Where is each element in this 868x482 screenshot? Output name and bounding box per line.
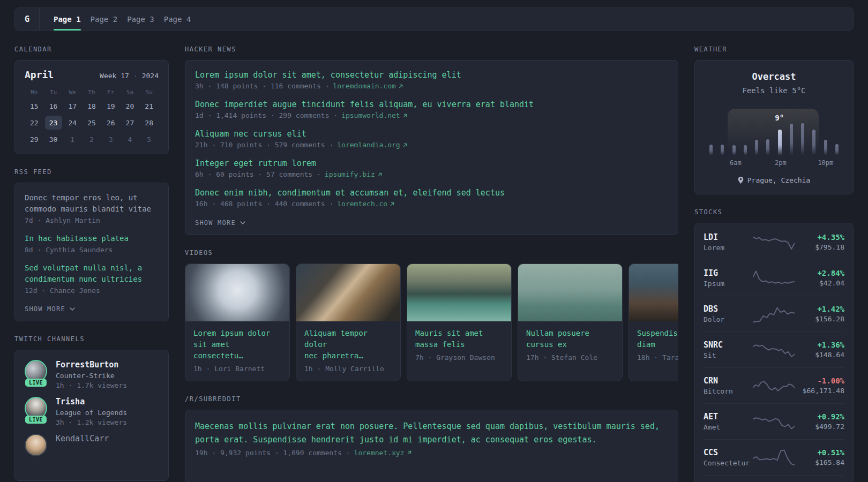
hackernews-item-meta: 1d · 1,414 points · 299 comments · ipsum… — [195, 111, 668, 119]
twitch-channel-row[interactable]: LIVE ForrestBurton Counter-Strike 1h · 1… — [25, 360, 159, 389]
external-link-icon — [399, 84, 403, 88]
tab-page-4[interactable]: Page 4 — [164, 8, 191, 30]
calendar-day: 18 — [83, 99, 100, 113]
stock-price: $42.04 — [795, 279, 844, 287]
right-column: WEATHER Overcast Feels like 5°C 9° 6am2p… — [694, 46, 854, 482]
source-link[interactable]: loremnet.xyz — [354, 449, 411, 457]
hackernews-item-title[interactable]: Donec enim nibh, condimentum et accumsan… — [195, 188, 505, 198]
external-link-icon — [378, 172, 382, 177]
subreddit-post-title[interactable]: Maecenas mollis pulvinar erat non posuer… — [195, 421, 660, 445]
dashboard: G Page 1Page 2Page 3Page 4 CALENDAR Apri… — [0, 0, 868, 482]
source-link[interactable]: ipsumworld.net — [341, 111, 407, 119]
location-pin-icon — [738, 177, 744, 184]
calendar-day: 22 — [26, 116, 43, 130]
meta-text: 3h · 148 points · 116 comments · — [195, 82, 329, 90]
source-link[interactable]: loremtech.co — [337, 200, 394, 208]
hackernews-label: HACKER NEWS — [185, 46, 678, 53]
video-card[interactable]: Lorem ipsum dolor sit amet consectetu… 1… — [185, 263, 290, 381]
tab-page-3[interactable]: Page 3 — [127, 8, 154, 30]
video-title[interactable]: Aliquam tempor dolor nec pharetra… — [304, 329, 368, 360]
video-card-body: Suspendisse diam 18h · Tara — [629, 321, 678, 370]
rss-item-title[interactable]: In hac habitasse platea — [25, 234, 129, 243]
weather-bar-current — [778, 130, 782, 155]
video-card[interactable]: Nullam posuere cursus ex 17h · Stefan Co… — [518, 263, 623, 381]
video-card[interactable]: Suspendisse diam 18h · Tara — [628, 263, 678, 381]
calendar-day: 25 — [83, 116, 100, 130]
sparkline-chart — [753, 447, 795, 468]
hackernews-item: Donec enim nibh, condimentum et accumsan… — [195, 187, 668, 208]
stock-price: $795.18 — [795, 243, 844, 251]
source-link[interactable]: ipsumify.biz — [325, 170, 382, 178]
calendar-card: April Week 17 · 2024 MoTuWeThFrSaSu 1516… — [14, 60, 169, 154]
avatar — [25, 434, 47, 456]
stock-sparkline — [753, 303, 795, 325]
hackernews-item-title[interactable]: Donec imperdiet augue tincidunt felis al… — [195, 100, 534, 109]
source-domain: loremnet.xyz — [354, 449, 405, 457]
stock-name: Dolor — [704, 315, 753, 323]
rss-item-title[interactable]: Donec tempor eros leo, ut commodo mauris… — [25, 193, 151, 213]
stock-row[interactable]: DBS Dolor +1.42% $156.28 — [704, 296, 844, 332]
twitch-channel-row[interactable]: KendallCarr — [25, 434, 159, 461]
stock-name: Sit — [704, 351, 753, 359]
video-thumbnail — [407, 264, 511, 321]
stock-identity: LDI Lorem — [704, 232, 753, 252]
video-card[interactable]: Mauris sit amet massa felis 7h · Grayson… — [407, 263, 512, 381]
stock-row[interactable]: SNRC Sit +1.36% $148.64 — [704, 332, 844, 367]
video-card-body: Mauris sit amet massa felis 7h · Grayson… — [407, 321, 511, 370]
subreddit-card: Maecenas mollis pulvinar erat non posuer… — [185, 410, 678, 482]
video-title[interactable]: Mauris sit amet massa felis — [415, 329, 483, 349]
hackernews-show-more-button[interactable]: SHOW MORE — [195, 219, 245, 227]
stock-ticker: SNRC — [704, 340, 753, 350]
calendar-day-grid: 1516171819202122232425262728293012345 — [25, 99, 159, 146]
stock-row[interactable]: AHS +0.46% — [704, 475, 844, 482]
stock-identity: CCS Consectetur — [704, 448, 753, 467]
hackernews-item-meta: 3h · 148 points · 116 comments · loremdo… — [195, 82, 668, 90]
hackernews-item-title[interactable]: Integer eget rutrum lorem — [195, 159, 316, 168]
weather-bar — [755, 140, 758, 155]
stock-ticker: LDI — [704, 232, 753, 242]
rss-item-title[interactable]: Sed volutpat nulla nisl, a condimentum n… — [25, 263, 142, 283]
stock-sparkline — [753, 231, 795, 253]
source-link[interactable]: loremdomain.com — [333, 82, 402, 90]
rss-show-more-button[interactable]: SHOW MORE — [25, 305, 75, 313]
stock-row[interactable]: AET Amet +0.92% $499.72 — [704, 403, 844, 439]
video-title[interactable]: Suspendisse diam — [637, 329, 678, 349]
hackernews-widget: HACKER NEWS Lorem ipsum dolor sit amet, … — [185, 46, 678, 235]
subreddit-post-list: Maecenas mollis pulvinar erat non posuer… — [195, 420, 668, 457]
video-card-body: Aliquam tempor dolor nec pharetra… 1h · … — [296, 321, 400, 381]
stocks-card: LDI Lorem +4.35% $795.18 IIG Ipsum +2.84… — [694, 223, 854, 482]
hackernews-item-title[interactable]: Lorem ipsum dolor sit amet, consectetur … — [195, 70, 461, 80]
video-title[interactable]: Lorem ipsum dolor sit amet consectetu… — [193, 329, 270, 360]
rss-list: Donec tempor eros leo, ut commodo mauris… — [25, 192, 159, 295]
video-title[interactable]: Nullam posuere cursus ex — [526, 329, 589, 349]
twitch-channel-row[interactable]: LIVE Trisha League of Legends 3h · 1.2k … — [25, 397, 159, 426]
page-tabs: Page 1Page 2Page 3Page 4 — [40, 8, 191, 30]
video-thumbnail — [629, 264, 678, 321]
stock-row[interactable]: CCS Consectetur +0.51% $165.84 — [704, 439, 844, 475]
sparkline-chart — [753, 339, 795, 360]
calendar-day: 16 — [45, 99, 62, 113]
weather-label: WEATHER — [694, 46, 854, 53]
source-link[interactable]: loremlandia.org — [337, 141, 407, 149]
source-domain: loremdomain.com — [333, 82, 395, 90]
weather-location: Prague, Czechia — [704, 176, 844, 184]
hour-tick-label: 6am — [730, 159, 742, 167]
weekday-label: Su — [146, 89, 153, 96]
stock-name: Bitcorn — [704, 387, 753, 395]
calendar-day-selected: 23 — [45, 116, 62, 130]
meta-text: 1d · 1,414 points · 299 comments · — [195, 111, 338, 119]
twitch-channel-info: ForrestBurton Counter-Strike 1h · 1.7k v… — [56, 360, 127, 389]
tab-page-1[interactable]: Page 1 — [54, 8, 81, 30]
stock-values: +0.92% $499.72 — [795, 412, 844, 431]
tab-page-2[interactable]: Page 2 — [91, 8, 118, 30]
stocks-label: STOCKS — [694, 208, 854, 216]
source-domain: loremtech.co — [337, 200, 387, 208]
app-logo[interactable]: G — [15, 8, 40, 30]
hackernews-item-title[interactable]: Aliquam nec cursus elit — [195, 129, 306, 139]
video-card[interactable]: Aliquam tempor dolor nec pharetra… 1h · … — [296, 263, 401, 381]
stock-row[interactable]: IIG Ipsum +2.84% $42.04 — [704, 260, 844, 296]
stock-row[interactable]: LDI Lorem +4.35% $795.18 — [704, 224, 844, 260]
weather-feels-like: Feels like 5°C — [704, 86, 844, 95]
stock-row[interactable]: CRN Bitcorn -1.00% $66,171.48 — [704, 367, 844, 403]
rss-label: RSS FEED — [14, 168, 169, 176]
